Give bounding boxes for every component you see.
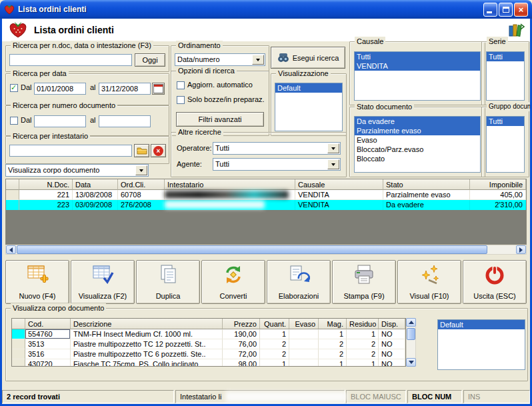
cell-data: 03/09/2008 bbox=[73, 200, 118, 210]
converti-button[interactable]: Converti bbox=[201, 260, 265, 304]
esegui-ricerca-button[interactable]: Esegui ricerca bbox=[271, 47, 345, 69]
serie-item-tutti[interactable]: Tutti bbox=[487, 52, 524, 61]
intestatario-browse-button[interactable] bbox=[134, 144, 149, 157]
maximize-button[interactable] bbox=[499, 3, 513, 17]
cell-ndoc: 221 bbox=[19, 190, 73, 200]
order-row-221[interactable]: 221 13/08/2008 60708 VENDITA Parzialment… bbox=[6, 190, 526, 200]
stampa-button[interactable]: Stampa (F9) bbox=[332, 260, 396, 304]
column-header-residuo[interactable]: Residuo bbox=[347, 319, 379, 329]
detail-row-3513[interactable]: 3513 Piastre multipozzetto TC 12 pozzett… bbox=[12, 339, 405, 349]
column-header-intestatario[interactable]: Intestatario bbox=[165, 179, 295, 190]
data-dal-checkbox[interactable] bbox=[10, 84, 18, 92]
data-to-input[interactable] bbox=[99, 83, 151, 95]
group-opzioni-label: Opzioni di ricerca bbox=[176, 66, 237, 75]
detail-row-430720[interactable]: 430720 Fiasche TC 75cmq. PS. Collo incli… bbox=[12, 359, 405, 367]
chevron-down-icon[interactable] bbox=[327, 143, 339, 153]
scroll-right-arrow[interactable] bbox=[516, 245, 526, 254]
column-header-data[interactable]: Data bbox=[73, 179, 118, 190]
corpo-documento-select[interactable]: Visualizza corpo documento bbox=[5, 164, 149, 177]
cell-evaso bbox=[289, 339, 319, 349]
stato-item-parzialmente-evaso[interactable]: Parzialmente evaso bbox=[355, 126, 480, 135]
vscroll-thumb[interactable] bbox=[407, 328, 415, 340]
agente-select[interactable]: Tutti bbox=[213, 158, 341, 171]
aggiorn-automatico-checkbox[interactable] bbox=[177, 81, 185, 89]
column-header-causale[interactable]: Causale bbox=[295, 179, 383, 190]
column-header-quant[interactable]: Quant. bbox=[260, 319, 289, 329]
intestatario-clear-button[interactable]: × bbox=[151, 144, 166, 157]
column-header-stato[interactable]: Stato bbox=[383, 179, 470, 190]
stato-item-bloccato-parz[interactable]: Bloccato/Parz.evaso bbox=[355, 145, 480, 154]
group-gruppo-documento: Gruppo documento Tutti bbox=[481, 107, 529, 177]
column-header-evaso[interactable]: Evaso bbox=[289, 319, 319, 329]
causale-item-vendita[interactable]: VENDITA bbox=[355, 61, 480, 71]
new-table-icon bbox=[26, 264, 49, 287]
detail-view-listbox: Default bbox=[437, 319, 525, 370]
numero-from-input[interactable] bbox=[34, 115, 86, 127]
order-row-223-selected[interactable]: 223 03/09/2008 276/2008 VENDITA Da evade… bbox=[6, 200, 526, 210]
elaborazioni-button[interactable]: Elaborazioni bbox=[267, 260, 331, 304]
causale-item-tutti[interactable]: Tutti bbox=[355, 52, 480, 61]
operatore-select[interactable]: Tutti bbox=[213, 142, 341, 155]
column-header-ndoc[interactable]: N.Doc. bbox=[19, 179, 73, 190]
ndoc-search-input[interactable] bbox=[9, 54, 132, 66]
scroll-down-arrow[interactable] bbox=[406, 358, 416, 367]
group-ricerca-ndoc-label: Ricerca per n.doc, data o intestazione (… bbox=[11, 41, 153, 50]
numero-dal-checkbox[interactable] bbox=[10, 117, 18, 125]
solo-bozze-checkbox[interactable] bbox=[177, 96, 185, 104]
minimize-button[interactable] bbox=[483, 3, 497, 17]
row-marker bbox=[12, 359, 25, 367]
nuovo-button[interactable]: Nuovo (F4) bbox=[5, 260, 69, 304]
hscroll-thumb[interactable] bbox=[17, 245, 487, 254]
column-header-cod[interactable]: Cod. bbox=[25, 319, 71, 329]
close-button[interactable]: × bbox=[514, 3, 528, 17]
column-header-ordcli[interactable]: Ord.Cli. bbox=[118, 179, 165, 190]
scroll-up-arrow[interactable] bbox=[406, 318, 416, 327]
detail-row-554760[interactable]: 554760 TNM-FH Insect Medium Cf. 1000 ml.… bbox=[12, 329, 405, 339]
printer-icon bbox=[353, 264, 375, 287]
orders-grid-hscrollbar[interactable] bbox=[5, 245, 527, 255]
cell-quant: 2 bbox=[260, 339, 289, 349]
stato-item-bloccato[interactable]: Bloccato bbox=[355, 154, 480, 163]
calendar-button[interactable] bbox=[152, 83, 165, 95]
cell-prezzo: 98,00 bbox=[223, 359, 260, 367]
stato-item-da-evadere[interactable]: Da evadere bbox=[355, 117, 480, 126]
chevron-down-icon[interactable] bbox=[135, 165, 147, 175]
statusbar-intestatario: Intestatario li bbox=[175, 390, 345, 403]
orders-grid-header: N.Doc. Data Ord.Cli. Intestatario Causal… bbox=[6, 179, 526, 190]
column-header-mag[interactable]: Mag. bbox=[319, 319, 347, 329]
column-header-descrizione[interactable]: Descrizione bbox=[71, 319, 223, 329]
group-visualizza-corpo-label: Visualizza corpo documento bbox=[11, 303, 106, 313]
ordinamento-select[interactable]: Data/numero bbox=[175, 53, 265, 66]
group-causale-label: Causale bbox=[355, 37, 385, 46]
scroll-left-arrow[interactable] bbox=[6, 245, 16, 254]
oggi-button[interactable]: Oggi bbox=[135, 53, 165, 67]
group-ricerca-intestatario: Ricerca per intestatario × bbox=[5, 136, 169, 164]
column-header-disp[interactable]: Disp. bbox=[379, 319, 405, 329]
window-title: Lista ordini clienti bbox=[18, 5, 483, 14]
filtri-avanzati-button[interactable]: Filtri avanzati bbox=[176, 112, 264, 127]
stato-item-evaso[interactable]: Evaso bbox=[355, 135, 480, 145]
cell-cod[interactable]: 554760 bbox=[25, 329, 71, 339]
gruppo-item-tutti[interactable]: Tutti bbox=[487, 117, 524, 126]
archive-books-icon[interactable] bbox=[507, 21, 525, 40]
visualizza-button[interactable]: Visualizza (F2) bbox=[71, 260, 135, 304]
detail-grid-vscrollbar[interactable] bbox=[406, 318, 416, 367]
chevron-down-icon[interactable] bbox=[327, 159, 339, 169]
detail-view-item-default[interactable]: Default bbox=[438, 320, 525, 329]
group-ricerca-intestatario-label: Ricerca per intestatario bbox=[11, 131, 90, 141]
chevron-down-icon[interactable] bbox=[252, 55, 264, 65]
duplica-button[interactable]: Duplica bbox=[136, 260, 200, 304]
page-header: Lista ordini clienti bbox=[2, 19, 530, 41]
group-ricerca-ndoc: Ricerca per n.doc, data o intestazione (… bbox=[5, 45, 169, 72]
visual-button[interactable]: Visual (F10) bbox=[397, 260, 461, 304]
detail-row-3516[interactable]: 3516 Piastre multipozzetto TC 6 pozzetti… bbox=[12, 349, 405, 359]
intestatario-search-input[interactable] bbox=[9, 145, 132, 157]
uscita-button[interactable]: Uscita (ESC) bbox=[463, 260, 527, 304]
gruppo-documento-listbox: Tutti bbox=[486, 116, 525, 173]
header-margin bbox=[12, 319, 25, 329]
data-from-input[interactable] bbox=[34, 83, 86, 95]
column-header-imponibile[interactable]: Imponibile bbox=[470, 179, 526, 190]
visualizzazione-item-default[interactable]: Default bbox=[275, 83, 342, 93]
numero-to-input[interactable] bbox=[99, 115, 151, 127]
column-header-prezzo[interactable]: Prezzo bbox=[223, 319, 260, 329]
